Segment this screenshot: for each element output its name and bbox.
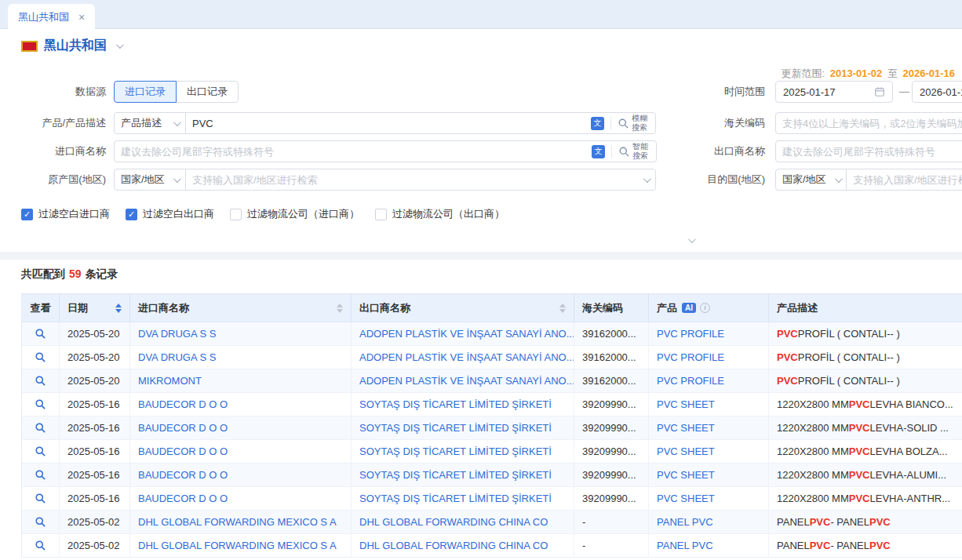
- checkbox-unchecked-icon[interactable]: [375, 209, 387, 220]
- fuzzy-search-icon[interactable]: [618, 118, 629, 129]
- info-icon[interactable]: i: [700, 303, 710, 313]
- collapse-panel-button[interactable]: [673, 234, 708, 246]
- view-cell[interactable]: [22, 393, 60, 416]
- product-link[interactable]: PVC SHEET: [649, 416, 769, 440]
- exporter-link[interactable]: SOYTAŞ DIŞ TİCARET LİMİTED ŞİRKETİ: [352, 393, 574, 416]
- ai-badge: AI: [682, 303, 696, 313]
- filter-checkbox[interactable]: 过滤物流公司（出口商）: [375, 207, 505, 221]
- importer-link[interactable]: DVA DRUGA S S: [130, 322, 352, 346]
- update-range: 更新范围: 2013-01-02 至 2026-01-16: [782, 67, 958, 81]
- tab-montenegro[interactable]: 黑山共和国 ×: [8, 4, 95, 30]
- exporter-link[interactable]: ADOPEN PLASTİK VE İNŞAAT SANAYİ ANO...: [352, 346, 574, 369]
- importer-link[interactable]: BAUDECOR D O O: [130, 464, 352, 487]
- product-type-select[interactable]: 产品描述: [114, 112, 186, 134]
- sort-carets-icon[interactable]: [109, 304, 122, 313]
- product-link[interactable]: PVC SHEET: [649, 440, 769, 464]
- importer-link[interactable]: BAUDECOR D O O: [130, 487, 352, 511]
- product-link[interactable]: PANEL PVC: [649, 534, 769, 558]
- product-link[interactable]: PVC SHEET: [649, 393, 769, 416]
- view-magnifier-icon[interactable]: [35, 469, 46, 481]
- sort-carets-icon[interactable]: [330, 304, 343, 313]
- date-from-input[interactable]: 2025-01-17: [775, 81, 893, 103]
- view-cell[interactable]: [22, 511, 60, 534]
- translate-icon[interactable]: 文: [591, 117, 604, 130]
- checkbox-checked-icon[interactable]: ✓: [21, 209, 33, 220]
- view-magnifier-icon[interactable]: [35, 351, 46, 363]
- date-to-input[interactable]: 2026-01-16: [912, 81, 962, 103]
- view-cell[interactable]: [22, 487, 60, 511]
- view-magnifier-icon[interactable]: [35, 493, 46, 504]
- description-text: PROFİL ( CONTALI-- ): [798, 351, 900, 363]
- smart-search-icon[interactable]: [618, 146, 630, 158]
- importer-input[interactable]: [121, 146, 587, 158]
- column-header-2[interactable]: 进口商名称: [130, 294, 352, 322]
- product-link[interactable]: PVC SHEET: [649, 464, 769, 487]
- view-cell[interactable]: [22, 464, 60, 487]
- exporter-link[interactable]: DHL GLOBAL FORWARDING CHINA CO: [352, 511, 574, 534]
- view-magnifier-icon[interactable]: [35, 328, 46, 340]
- checkbox-unchecked-icon[interactable]: [230, 209, 242, 220]
- export-records-button[interactable]: 出口记录: [176, 81, 239, 103]
- checkbox-checked-icon[interactable]: ✓: [126, 209, 137, 220]
- exporter-link[interactable]: SOYTAŞ DIŞ TİCARET LİMİTED ŞİRKETİ: [352, 440, 574, 464]
- product-link[interactable]: PANEL PVC: [649, 511, 769, 534]
- importer-link[interactable]: DHL GLOBAL FORWARDING MEXICO S A: [130, 534, 352, 558]
- origin-input[interactable]: [192, 174, 643, 186]
- view-cell[interactable]: [22, 440, 60, 464]
- country-header[interactable]: 黑山共和国: [21, 38, 122, 54]
- importer-link[interactable]: BAUDECOR D O O: [130, 440, 352, 464]
- destination-select[interactable]: 国家/地区: [775, 169, 847, 191]
- exporter-link[interactable]: SOYTAŞ DIŞ TİCARET LİMİTED ŞİRKETİ: [352, 464, 574, 487]
- hs-code-input[interactable]: [782, 118, 962, 129]
- importer-link[interactable]: BAUDECOR D O O: [130, 416, 352, 440]
- exporter-input[interactable]: [782, 146, 962, 158]
- column-header-3[interactable]: 出口商名称: [352, 294, 574, 322]
- filter-checkbox[interactable]: ✓过滤空白出口商: [126, 207, 214, 221]
- view-cell[interactable]: [22, 346, 60, 369]
- view-magnifier-icon[interactable]: [35, 445, 46, 457]
- destination-input[interactable]: [853, 174, 962, 186]
- exporter-link[interactable]: DHL GLOBAL FORWARDING CHINA CO: [352, 534, 574, 558]
- view-magnifier-icon[interactable]: [35, 375, 46, 387]
- translate-icon[interactable]: 文: [592, 145, 605, 158]
- filter-checkbox[interactable]: 过滤物流公司（进口商）: [230, 207, 359, 221]
- table-body: 2025-05-20 DVA DRUGA S S ADOPEN PLASTİK …: [22, 322, 962, 558]
- view-cell[interactable]: [22, 416, 60, 440]
- origin-select[interactable]: 国家/地区: [114, 169, 186, 191]
- view-magnifier-icon[interactable]: [35, 540, 46, 551]
- close-icon[interactable]: ×: [78, 12, 85, 23]
- importer-link[interactable]: DHL GLOBAL FORWARDING MEXICO S A: [130, 511, 352, 534]
- column-label: 产品: [657, 301, 677, 315]
- sort-carets-icon[interactable]: [553, 304, 566, 313]
- fuzzy-search-label[interactable]: 模糊搜索: [632, 114, 649, 133]
- summary-prefix: 共匹配到: [21, 267, 65, 280]
- product-link[interactable]: PVC PROFILE: [649, 369, 769, 393]
- exporter-link[interactable]: ADOPEN PLASTİK VE İNŞAAT SANAYİ ANO...: [352, 369, 574, 393]
- description-cell: 1220X2800 MM PVC LEVHA-ANTHR...: [769, 487, 962, 511]
- importer-link[interactable]: BAUDECOR D O O: [130, 393, 352, 416]
- view-cell[interactable]: [22, 534, 60, 558]
- destination-input-wrap: [846, 169, 962, 191]
- importer-link[interactable]: DVA DRUGA S S: [130, 346, 352, 369]
- filter-checkbox[interactable]: ✓过滤空白进口商: [21, 207, 110, 221]
- view-cell[interactable]: [22, 369, 60, 393]
- column-header-4: 海关编码: [574, 294, 649, 322]
- description-text: 1220X2800 MM: [777, 422, 849, 434]
- view-cell[interactable]: [22, 322, 60, 346]
- exporter-link[interactable]: SOYTAŞ DIŞ TİCARET LİMİTED ŞİRKETİ: [352, 487, 574, 511]
- product-input[interactable]: [192, 118, 586, 129]
- view-magnifier-icon[interactable]: [35, 422, 46, 434]
- column-label: 进口商名称: [138, 301, 189, 315]
- smart-search-label[interactable]: 智能搜索: [632, 142, 650, 161]
- date-cell: 2025-05-16: [60, 487, 130, 511]
- product-link[interactable]: PVC PROFILE: [649, 346, 769, 369]
- product-link[interactable]: PVC PROFILE: [649, 322, 769, 346]
- view-magnifier-icon[interactable]: [35, 516, 46, 528]
- importer-link[interactable]: MIKROMONT: [130, 369, 352, 393]
- column-header-1[interactable]: 日期: [60, 294, 130, 322]
- exporter-link[interactable]: ADOPEN PLASTİK VE İNŞAAT SANAYİ ANO...: [352, 322, 574, 346]
- exporter-link[interactable]: SOYTAŞ DIŞ TİCARET LİMİTED ŞİRKETİ: [352, 416, 574, 440]
- import-records-button[interactable]: 进口记录: [114, 81, 177, 103]
- view-magnifier-icon[interactable]: [35, 398, 46, 410]
- product-link[interactable]: PVC SHEET: [649, 487, 769, 511]
